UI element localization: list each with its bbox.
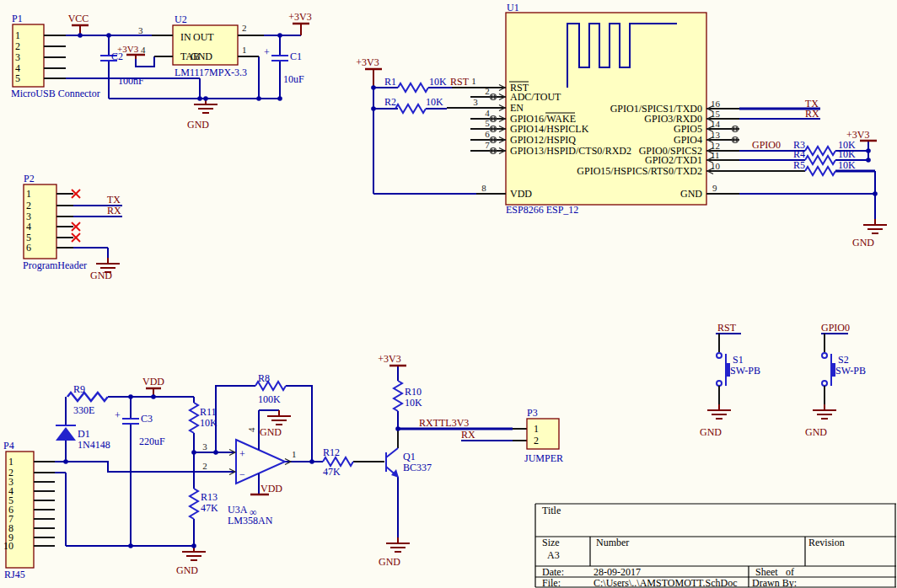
resistor-R12[interactable]: R12 47K (323, 446, 353, 478)
u2-value: LM1117MPX-3.3 (175, 67, 247, 78)
resistor-R11[interactable]: R11 10K (190, 403, 218, 433)
q1-value: BC337 (403, 462, 432, 473)
u1-lpin1-num: 1 (471, 76, 476, 86)
switch-S1[interactable]: RST S1 SW-PB (716, 322, 760, 404)
u1-lpin7-name: GPIO13/HSPID/CTS0/RXD2 (510, 145, 631, 157)
resistor-R10[interactable]: R10 10K (394, 381, 422, 411)
resistor-R2[interactable]: R2 10K (384, 96, 443, 113)
gnd-symbol-s2[interactable] (813, 404, 836, 419)
r13-value: 47K (201, 502, 218, 514)
capacitor-C1[interactable]: + C1 10uF (264, 46, 304, 85)
connector-P3[interactable]: P3 1 2 JUMPER (524, 407, 563, 464)
power-flag-3v3-u1[interactable] (365, 69, 382, 88)
resistor-R8[interactable]: R8 100K (255, 372, 286, 405)
resistor-R13[interactable]: R13 47K (190, 489, 218, 519)
gnd-symbol-esp[interactable] (863, 219, 887, 233)
gnd-label-analog: GND (176, 564, 198, 576)
title-block: Title Size A3 Number Revision Date: 28-0… (535, 504, 896, 588)
r5-value: 10K (838, 159, 856, 171)
schematic-sheet[interactable]: P1 1 2 3 4 5 MicroUSB Connector VCC C2 1… (0, 0, 897, 588)
p4-ref: P4 (3, 440, 14, 452)
capacitor-C3[interactable]: + C3 220uF (115, 409, 165, 447)
tb-revision-label: Revision (808, 537, 845, 548)
c3-value: 220uF (139, 436, 165, 447)
u2-pin4-num: 4 (141, 45, 146, 55)
rst-net-label-s1: RST (717, 322, 737, 334)
r5-ref: R5 (793, 159, 805, 171)
c2-value: 100nF (118, 75, 144, 87)
u2-pin3-num: 3 (138, 25, 143, 35)
u3a-minus: − (239, 468, 245, 480)
gnd-label-p2: GND (90, 270, 112, 281)
u2-ref: U2 (175, 13, 187, 25)
gnd-symbol-s1[interactable] (707, 404, 731, 419)
u1-rpin14-num: 14 (711, 119, 721, 129)
rx-net-label-u1: RX (805, 108, 819, 120)
p1-desc: MicroUSB Connector (11, 88, 100, 99)
u1-rpin11-num: 11 (711, 150, 720, 160)
tb-of-label: of (786, 566, 794, 578)
connector-P2[interactable]: P2 1 2 3 4 5 6 ProgramHeader (23, 173, 87, 271)
u1-rpin10-num: 10 (711, 161, 721, 171)
gnd-label-opamp: GND (260, 426, 282, 438)
tb-drawnby-label: Drawn By: (752, 577, 797, 588)
power-flag-3v3-out[interactable] (293, 24, 309, 35)
p2-pin-1: 1 (26, 188, 31, 200)
r11-ref: R11 (200, 406, 217, 418)
r11-value: 10K (200, 417, 218, 429)
resistor-R9[interactable]: R9 330E (67, 383, 108, 416)
gnd-symbol-opamp[interactable] (267, 410, 291, 425)
c1-value: 10uF (283, 73, 304, 85)
r4-value: 10K (838, 148, 856, 160)
transistor-Q1[interactable]: Q1 BC337 (386, 448, 432, 478)
p4-pin-10: 10 (3, 540, 13, 552)
connector-P4[interactable]: P4 1 2 3 4 5 6 7 8 9 10 RJ45 (3, 440, 55, 580)
p1-pin-1: 1 (15, 29, 20, 41)
r10-value: 10K (405, 397, 422, 409)
gnd-label-reg: GND (187, 119, 209, 131)
u1-lpin2-num: 2 (485, 86, 490, 96)
p3-ref: P3 (527, 407, 538, 419)
p3-pin-1: 1 (534, 423, 539, 435)
vcc-label: VCC (68, 13, 89, 24)
u1-rpin13-num: 13 (711, 130, 721, 140)
u2-pin-gnd-name: GND (191, 51, 212, 62)
u2-pin1-num: 1 (242, 45, 247, 55)
u1-lpin3-num: 3 (473, 97, 478, 107)
r13-ref: R13 (201, 491, 218, 503)
schematic-canvas[interactable]: P1 1 2 3 4 5 MicroUSB Connector VCC C2 1… (0, 0, 897, 588)
switch-S2[interactable]: GPIO0 S2 SW-PB (821, 322, 866, 404)
u3a-pin1-num: 1 (292, 449, 297, 459)
capacitor-C2[interactable]: C2 100nF (100, 51, 144, 87)
r8-value: 100K (258, 393, 281, 405)
s2-ref: S2 (838, 354, 849, 366)
r9-ref: R9 (73, 383, 85, 395)
gnd-symbol-q1[interactable] (386, 537, 410, 552)
v33-label-q1: +3V3 (378, 353, 400, 365)
p4-pin-1: 1 (8, 456, 13, 468)
u1-lpin6-name: GPIO12/HSPIQ (510, 134, 576, 146)
tb-title-label: Title (542, 505, 561, 516)
u3a-pin3-num: 3 (202, 441, 207, 452)
s1-value: SW-PB (730, 365, 760, 377)
gnd-label-s2: GND (805, 426, 827, 438)
regulator-U2[interactable]: U2 IN OUT TAB GND LM1117MPX-3.3 3 2 1 4 (138, 13, 264, 78)
vdd-label-opamp: VDD (261, 483, 282, 494)
r9-value: 330E (73, 404, 94, 416)
r2-value: 10K (426, 96, 443, 108)
d1-value: 1N4148 (78, 439, 110, 451)
tb-size-label: Size (542, 537, 560, 548)
p1-pin-2: 2 (15, 40, 20, 52)
gpio0-net-label-s2: GPIO0 (821, 322, 850, 334)
u1-value: ESP8266 ESP_12 (506, 204, 578, 216)
power-flag-3v3-tab[interactable] (126, 55, 145, 59)
gnd-label-q1: GND (379, 556, 400, 568)
gnd-label-esp: GND (852, 237, 874, 249)
tb-date-label: Date: (542, 566, 564, 578)
r2-ref: R2 (384, 96, 396, 108)
u1-ref: U1 (507, 2, 519, 13)
u1-rpin9-name: GND (680, 188, 702, 200)
u2-pin-in-name: IN (180, 31, 191, 43)
resistor-R1[interactable]: R1 10K (384, 76, 447, 92)
diode-D1[interactable]: D1 1N4148 (56, 425, 110, 451)
